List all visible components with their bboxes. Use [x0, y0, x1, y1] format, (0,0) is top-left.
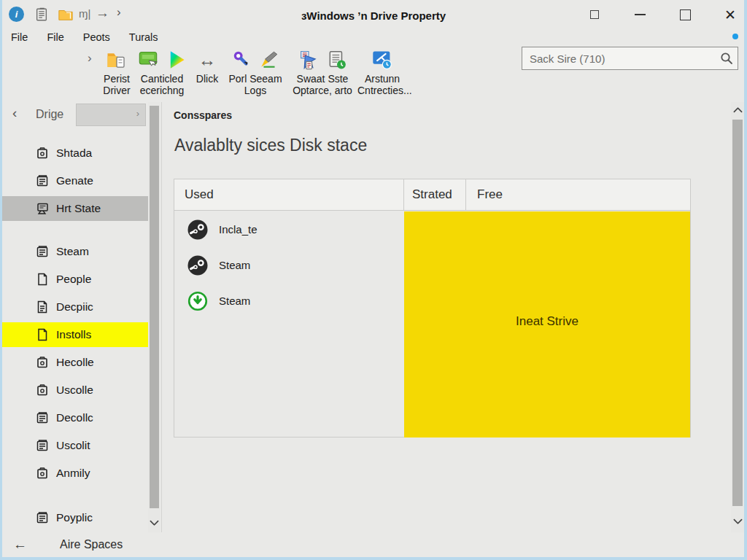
sidebar-scrollbar-thumb[interactable] — [150, 106, 159, 508]
sidebar-item-label: Uscolle — [56, 384, 93, 397]
sidebar-item-hecolle[interactable]: Hecolle — [2, 350, 150, 375]
back-chevron-icon[interactable]: ‹ — [12, 105, 17, 121]
toolbar-group-dlick[interactable]: ↔ Dlick — [188, 47, 226, 85]
toolbar-label: ecerichng — [134, 85, 190, 96]
resize-horizontal-icon: ↔ — [198, 50, 217, 70]
window-border — [0, 557, 747, 560]
sidebar-item-hrt-state[interactable]: Hrt State — [2, 196, 150, 221]
minimize-button[interactable] — [633, 8, 646, 21]
chevron-down-icon[interactable] — [732, 515, 743, 528]
steam-icon — [187, 255, 208, 276]
row-label: Incla_te — [219, 223, 258, 236]
menu-bar: File File Peots Turals — [10, 30, 159, 47]
toolbar-label: Logs — [226, 85, 285, 96]
sidebar-header: ‹ Drige › — [2, 102, 160, 128]
table-body: Incla_te Steam Steam Ineat Strive — [174, 211, 690, 438]
table-row[interactable]: Incla_te — [174, 211, 404, 247]
chevron-up-icon[interactable] — [732, 104, 743, 117]
toolbar-group-perist-driver[interactable]: PeristDriver — [96, 47, 137, 96]
monitor-icon — [35, 201, 50, 216]
toolbar-label: Canticled — [134, 73, 190, 85]
sidebar-item-genate[interactable]: Genate — [2, 168, 150, 193]
sidebar-scrollbar[interactable] — [148, 102, 160, 532]
sidebar-item-decpiic[interactable]: Decpiic — [2, 295, 150, 319]
sidebar-item-people[interactable]: People — [2, 267, 150, 292]
download-icon — [187, 291, 208, 311]
table-header-row: Used Strated Free — [174, 179, 690, 211]
maximize-button[interactable] — [678, 8, 692, 21]
main-scrollbar-thumb[interactable] — [732, 120, 743, 506]
column-header-used[interactable]: Used — [174, 179, 404, 210]
sidebar-item-label: Poyplic — [56, 511, 93, 524]
table-row[interactable]: Steam — [174, 283, 404, 319]
sidebar-item-label: Hrt State — [56, 202, 101, 215]
sidebar-item-instolls[interactable]: Instolls — [2, 322, 159, 347]
small-restore-button[interactable] — [588, 8, 601, 21]
sidebar-item-uscolit[interactable]: Uscolit — [2, 433, 150, 458]
sidebar-item-label: Genate — [56, 174, 93, 187]
toolbar-label: Dlick — [188, 73, 226, 85]
toolbar-group-porl-seeam-logs[interactable]: Porl SeeamLogs — [226, 47, 285, 96]
free-space-block[interactable]: Ineat Strive — [404, 211, 690, 438]
document-icon — [35, 411, 50, 425]
table-row[interactable]: Steam — [174, 247, 404, 283]
toolbar-overflow-chevron[interactable]: › — [88, 51, 92, 66]
sidebar-item-decollc[interactable]: Decollc — [2, 405, 150, 430]
edit-pencil-icon — [259, 50, 279, 70]
toolbar-label: Optarce, arto — [287, 85, 357, 96]
row-label: Steam — [219, 259, 250, 271]
close-button[interactable]: ✕ — [724, 8, 737, 21]
toolbar-label: Arstunn — [357, 73, 407, 85]
search-input[interactable] — [522, 52, 716, 65]
window-border — [744, 0, 747, 560]
sidebar-item-label: Uscolit — [56, 439, 90, 452]
toolbar-label: Cntrecties... — [357, 85, 407, 96]
toolbar-group-arstunn[interactable]: ArstunnCntrecties... — [357, 47, 407, 96]
sidebar-item-label: Instolls — [56, 328, 91, 341]
sidebar-item-label: Decollc — [56, 411, 93, 424]
sidebar-item-label: Shtada — [56, 147, 92, 160]
document-icon — [35, 383, 50, 397]
notification-dot — [732, 34, 738, 39]
sidebar-item-anmily[interactable]: Anmily — [2, 461, 150, 486]
row-label: Steam — [219, 295, 250, 307]
toolbar-group-swaat-sste[interactable]: Swaat SsteOptarce, arto — [287, 47, 357, 96]
connect-check-icon — [371, 49, 393, 71]
column-header-free[interactable]: Free — [466, 179, 690, 210]
green-screen-icon — [137, 50, 159, 70]
menu-item-file-1[interactable]: File — [10, 30, 28, 47]
menu-item-peots[interactable]: Peots — [82, 30, 111, 47]
sidebar-item-steam[interactable]: Steam — [2, 239, 150, 264]
sidebar-item-label: Anmily — [56, 467, 90, 480]
document-icon — [35, 466, 50, 481]
sidebar-item-shtada[interactable]: Shtada — [2, 141, 150, 166]
document-icon — [35, 438, 50, 453]
sidebar-header-label: Drige — [36, 108, 63, 121]
page-title: Avalablty sices Disk stace — [174, 136, 367, 155]
key-search-icon — [231, 50, 252, 70]
chevron-right-icon: › — [136, 108, 139, 119]
play-store-icon — [166, 50, 187, 70]
chevron-down-icon[interactable] — [149, 516, 160, 529]
sidebar-item-uscolle[interactable]: Uscolle — [2, 378, 150, 402]
sidebar-item-label: Steam — [56, 245, 89, 258]
disk-space-table: Used Strated Free Incla_te Steam — [174, 179, 691, 438]
document-icon — [35, 300, 50, 314]
sidebar-dropdown[interactable]: › — [76, 104, 146, 126]
main-content: Consspares Avalablty sices Disk stace Us… — [162, 102, 729, 532]
main-scrollbar[interactable] — [731, 102, 744, 532]
window-controls: ✕ — [588, 0, 737, 29]
menu-item-turals[interactable]: Turals — [128, 30, 159, 47]
toolbar-label: Swaat Sste — [287, 73, 357, 85]
menu-item-file-2[interactable]: File — [46, 30, 64, 47]
title-bar: i ɱ| → › ɜWindows ʼn Drive Property ✕ — [0, 0, 747, 29]
toolbar-group-canticled[interactable]: Canticledecerichng — [134, 47, 190, 96]
search-icon[interactable] — [716, 47, 738, 69]
sidebar-item-poyplic[interactable]: Poyplic — [2, 505, 150, 530]
sidebar-item-label: Decpiic — [56, 300, 93, 314]
document-icon — [35, 510, 50, 525]
column-header-strated[interactable]: Strated — [404, 179, 466, 210]
document-icon — [35, 174, 50, 188]
back-arrow-icon[interactable]: ← — [13, 537, 27, 553]
document-history-icon — [327, 50, 347, 70]
